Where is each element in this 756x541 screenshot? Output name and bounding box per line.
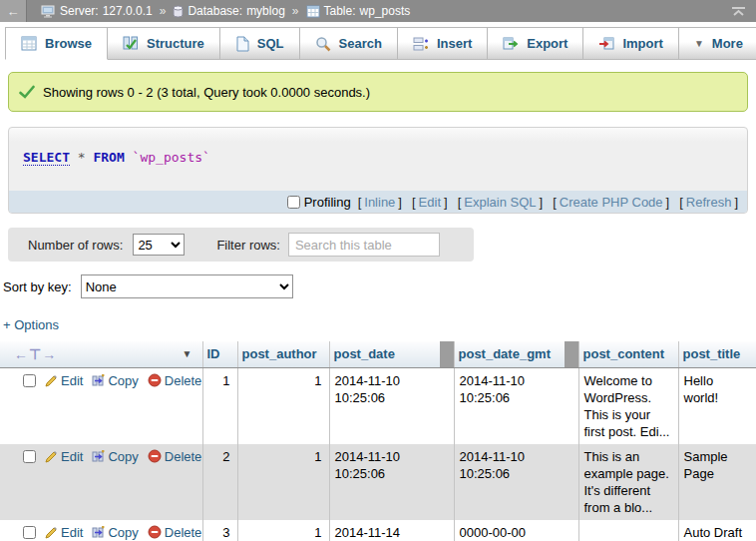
row-checkbox[interactable] [23,374,36,387]
cell-post-content [578,520,678,541]
sql-star: * [78,150,86,165]
table-icon [306,5,320,18]
copy-icon [92,374,105,391]
tab-label: Insert [437,36,472,51]
edit-query-link[interactable]: Edit [419,195,441,210]
column-header-post-date-gmt[interactable]: post_date_gmt [454,341,578,367]
sort-by-key-select[interactable]: None [81,274,293,298]
copy-row-link[interactable]: Copy [108,373,138,388]
tab-insert[interactable]: Insert [398,27,488,60]
tab-bar: Browse Structure SQL Search Insert Expor… [0,22,756,60]
column-header-id[interactable]: ID [202,341,237,367]
column-header-post-author[interactable]: post_author [237,341,329,367]
insert-icon [413,36,429,52]
cell-post-content: Welcome to WordPress. This is your first… [578,367,678,444]
sort-by-key-label: Sort by key: [3,279,72,294]
cell-post-content: This is an example page. It's different … [578,444,678,520]
copy-row-link[interactable]: Copy [108,525,138,540]
cell-post-date: 2014-11-14 06:33:38 [329,520,454,541]
column-header-post-content[interactable]: post_content [578,341,678,367]
copy-row-link[interactable]: Copy [108,449,138,464]
filter-rows-label: Filter rows: [216,238,280,253]
tab-label: Export [527,36,567,51]
breadcrumb-database[interactable]: Database: myblog [173,4,284,18]
collapse-navigation-button[interactable] [731,6,746,17]
breadcrumb-server[interactable]: Server: 127.0.0.1 [41,4,153,18]
tab-label: Browse [45,36,92,51]
create-php-code-link[interactable]: Create PHP Code [560,195,663,210]
tab-label: SQL [257,36,284,51]
tab-import[interactable]: Import [583,27,678,60]
edit-row-link[interactable]: Edit [61,373,83,388]
sql-keyword-from: FROM [93,150,124,165]
table-row: EditCopyDelete 1 1 2014-11-10 10:25:06 2… [0,367,756,444]
query-section: SELECT * FROM `wp_posts` Profiling [Inli… [8,127,748,214]
delete-row-link[interactable]: Delete [165,449,202,464]
delete-icon [148,525,162,541]
tab-more[interactable]: ▼ More [679,27,756,60]
cell-post-date-gmt: 2014-11-10 10:25:06 [454,367,578,444]
search-icon [315,36,331,52]
status-message: Showing rows 0 - 2 (3 total, Query took … [8,72,748,112]
cell-post-date-gmt: 0000-00-00 00:00:00 [454,520,578,541]
pencil-icon [45,526,58,541]
cell-id: 3 [202,520,237,541]
sql-query: SELECT * FROM `wp_posts` [9,128,747,191]
breadcrumb-separator: » [292,4,299,18]
table-row: EditCopyDelete 3 1 2014-11-14 06:33:38 0… [0,520,756,541]
row-actions: EditCopyDelete [0,520,202,541]
row-checkbox[interactable] [23,450,36,463]
tab-browse[interactable]: Browse [5,27,108,60]
query-toolbar: Profiling [Inline] [Edit] [Explain SQL] … [9,191,747,213]
column-header-post-date[interactable]: post_date [329,341,454,367]
delete-row-link[interactable]: Delete [165,373,202,388]
breadcrumb-separator: » [160,4,167,18]
cell-post-author: 1 [237,444,329,520]
tab-label: More [712,36,743,51]
edit-row-link[interactable]: Edit [61,525,83,540]
profiling-checkbox[interactable] [287,196,300,209]
success-check-icon [19,85,35,99]
column-header-post-title[interactable]: post_title [678,341,756,367]
delete-row-link[interactable]: Delete [165,525,202,540]
browse-icon [21,36,37,51]
tab-export[interactable]: Export [488,27,583,60]
inline-link[interactable]: Inline [364,195,395,210]
cell-id: 2 [202,444,237,520]
tab-label: Import [622,36,662,51]
row-actions: EditCopyDelete [0,444,202,520]
number-of-rows-label: Number of rows: [28,238,123,253]
row-checkbox[interactable] [23,526,36,539]
options-toggle-link[interactable]: + Options [3,317,59,332]
sort-caret-icon[interactable]: ▼ [183,348,192,359]
chevron-down-icon: ▼ [694,38,704,49]
table-value: wp_posts [360,4,411,18]
rows-control-bar: Number of rows: 25 Filter rows: [8,228,474,262]
breadcrumb-bar: ← Server: 127.0.0.1 » Database: myblog »… [0,0,756,22]
tab-structure[interactable]: Structure [108,27,220,60]
refresh-link[interactable]: Refresh [686,195,732,210]
cell-post-title: Hello world! [678,367,756,444]
collapse-icon [731,6,746,17]
export-icon [503,36,519,51]
cell-post-author: 1 [237,520,329,541]
browse-options-icon[interactable]: ←⊤→ [14,346,57,362]
tab-sql[interactable]: SQL [220,27,300,60]
cell-post-date: 2014-11-10 10:25:06 [329,367,454,444]
sql-keyword-select: SELECT [23,150,70,166]
breadcrumb-table[interactable]: Table: wp_posts [306,4,411,18]
tab-search[interactable]: Search [300,27,398,60]
cell-post-date: 2014-11-10 10:25:06 [329,444,454,520]
explain-sql-link[interactable]: Explain SQL [464,195,536,210]
pencil-icon [45,450,58,467]
database-icon [173,5,184,18]
profiling-label: Profiling [304,195,351,210]
number-of-rows-select[interactable]: 25 [133,234,185,256]
import-icon [598,36,614,51]
edit-row-link[interactable]: Edit [61,449,83,464]
filter-rows-input[interactable] [288,233,440,257]
sql-icon [235,36,249,52]
back-button[interactable]: ← [0,0,27,22]
cell-post-author: 1 [237,367,329,444]
row-actions: EditCopyDelete [0,367,202,444]
